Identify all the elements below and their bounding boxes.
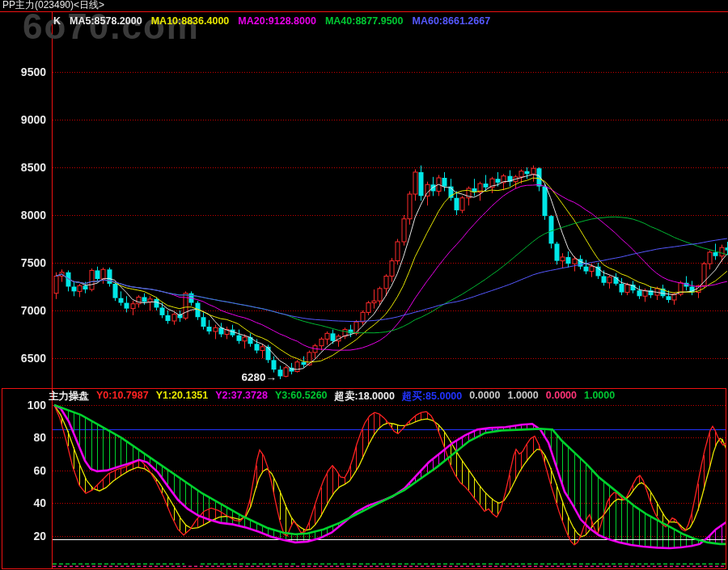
legend-y2: Y2:37.3728: [215, 390, 268, 403]
legend-ma20: MA20:9128.8000: [238, 15, 316, 27]
indicator-axis-label: 20: [0, 530, 46, 543]
price-axis-label: 9500: [0, 65, 46, 78]
legend-ma40: MA40:8877.9500: [325, 15, 404, 27]
indicator-axis-label: 60: [0, 464, 46, 477]
price-axis-label: 6500: [0, 352, 46, 365]
legend-ma60: MA60:8661.2667: [413, 15, 491, 27]
ma-legend: K MA5:8578.2000 MA10:8836.4000 MA20:9128…: [53, 15, 490, 27]
price-axis-label: 7500: [0, 256, 46, 269]
legend-flag-2: 0.0000: [546, 390, 577, 403]
legend-k: K: [53, 15, 61, 27]
legend-overbought: 超买:85.0000: [402, 390, 462, 403]
price-axis-label: 9000: [0, 113, 46, 126]
trading-app-window: 6o70.com PP主力(023490)<日线> K MA5:8578.200…: [0, 0, 728, 570]
window-title: PP主力(023490)<日线>: [2, 0, 104, 11]
legend-flag-1: 1.0000: [508, 390, 539, 403]
price-axis-label: 7000: [0, 304, 46, 317]
indicator-title: 主力操盘: [49, 390, 89, 403]
watermark: 6o70.com: [23, 6, 200, 47]
title-bar: PP主力(023490)<日线>: [2, 0, 104, 11]
legend-oversold: 超卖:18.0000: [335, 390, 395, 403]
indicator-axis-label: 80: [0, 431, 46, 444]
price-axis-label: 8000: [0, 209, 46, 222]
legend-ma5: MA5:8578.2000: [70, 15, 142, 27]
legend-y1: Y1:20.1351: [156, 390, 209, 403]
price-annotation: 6280→: [226, 371, 277, 383]
legend-ma10: MA10:8836.4000: [151, 15, 230, 27]
legend-y0: Y0:10.7987: [96, 390, 149, 403]
legend-y3: Y3:60.5260: [275, 390, 328, 403]
price-axis-label: 8500: [0, 161, 46, 174]
legend-flag-3: 1.0000: [584, 390, 615, 403]
chart-canvas[interactable]: [0, 0, 728, 570]
legend-flag-0: 0.0000: [469, 390, 500, 403]
indicator-legend: 主力操盘 Y0:10.7987 Y1:20.1351 Y2:37.3728 Y3…: [49, 390, 615, 403]
indicator-axis-label: 40: [0, 496, 46, 509]
indicator-axis-label: 100: [0, 399, 46, 412]
